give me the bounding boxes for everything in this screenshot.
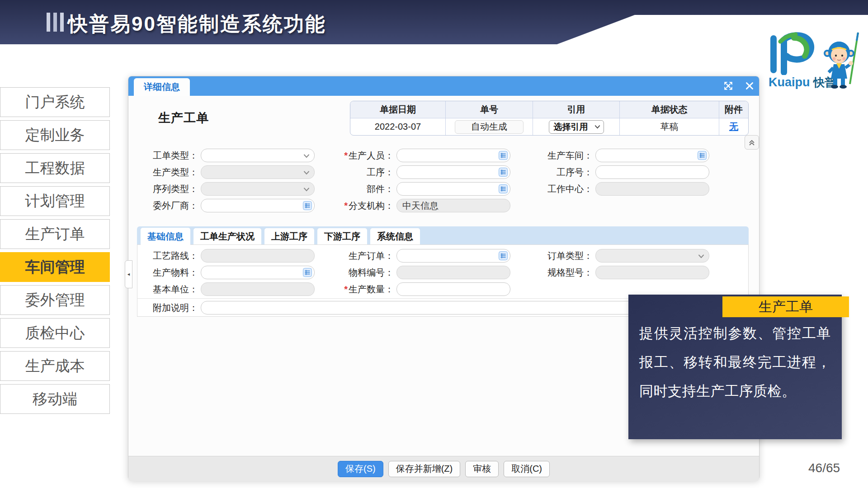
form-row: *生产人员： <box>345 149 510 162</box>
sidebar-item-plan-management[interactable]: 计划管理 <box>0 186 110 216</box>
form-row: 生产订单： <box>345 249 510 263</box>
outsourcing-vendor-input[interactable] <box>201 199 315 212</box>
callout-body: 提供灵活控制参数、管控工单报工、移转和最终完工进程，同时支持生产工序质检。 <box>639 319 831 406</box>
production-workshop-input[interactable] <box>595 149 709 162</box>
branch-org-label: *分支机构： <box>345 200 394 212</box>
cancel-button[interactable]: 取消(C) <box>504 461 550 477</box>
spec-model-input[interactable] <box>595 266 709 279</box>
lookup-icon[interactable] <box>499 251 508 260</box>
collapse-header-button[interactable] <box>745 135 759 150</box>
tab-basic-info[interactable]: 基础信息 <box>141 228 190 245</box>
slide-title: 快普易90智能制造系统功能 <box>68 11 326 38</box>
callout-title: 生产工单 <box>722 296 849 317</box>
production-staff-input[interactable] <box>396 149 510 162</box>
attachment-cell: 无 <box>719 118 748 135</box>
outsourcing-vendor-label: 委外厂商： <box>151 200 198 212</box>
lookup-icon[interactable] <box>499 184 508 193</box>
tab-work-order-production-status[interactable]: 工单生产状况 <box>193 228 261 244</box>
reference-cell: 选择引用 <box>533 118 620 135</box>
lookup-icon[interactable] <box>303 201 312 210</box>
form-row: *生产数量： <box>345 282 510 296</box>
process-no-input[interactable] <box>595 165 709 179</box>
sidebar-item-workshop-management[interactable]: 车间管理 <box>0 252 110 282</box>
production-order-ref-label: 生产订单： <box>345 250 394 262</box>
lookup-icon[interactable] <box>499 168 508 177</box>
form-row: 生产车间： <box>544 149 709 162</box>
work-center-input[interactable] <box>595 182 709 196</box>
production-order-ref-input[interactable] <box>396 249 510 263</box>
title-bars-icon <box>47 13 64 32</box>
form-row: 工作中心： <box>544 182 709 196</box>
production-qty-input[interactable] <box>396 282 510 296</box>
lookup-icon[interactable] <box>698 151 707 160</box>
note-row-container: 附加说明： <box>151 301 707 318</box>
order-type-label: 订单类型： <box>544 250 593 262</box>
process-no-label: 工序号： <box>544 166 593 178</box>
form-row: 规格型号： <box>544 266 709 279</box>
process-route-label: 工艺路线： <box>151 250 198 262</box>
tab-upstream-process[interactable]: 上游工序 <box>264 228 314 244</box>
form-row: 生产类型： <box>151 165 315 179</box>
form-row: 工序号： <box>544 165 709 179</box>
order-type-select[interactable] <box>595 249 709 263</box>
production-type-label: 生产类型： <box>151 166 198 178</box>
form-row: 工序： <box>345 165 510 179</box>
branch-org-input[interactable]: 中天信息 <box>396 199 510 212</box>
page-number: 46/65 <box>808 461 840 475</box>
mascot-icon <box>822 32 866 93</box>
reference-select[interactable]: 选择引用 <box>549 120 604 134</box>
dialog-edge-handle[interactable]: ◄ <box>125 260 132 288</box>
base-unit-label: 基本单位： <box>151 283 198 296</box>
process-input[interactable] <box>396 165 510 179</box>
spec-model-label: 规格型号： <box>544 267 593 279</box>
doc-no: 自动生成 <box>455 120 524 134</box>
maximize-icon[interactable] <box>723 80 734 91</box>
sidebar-item-production-cost[interactable]: 生产成本 <box>0 351 110 381</box>
doc-header-row: 单据日期单号引用单据状态附件 <box>350 101 748 118</box>
sidebar-item-quality-center[interactable]: 质检中心 <box>0 318 110 348</box>
sidebar-item-production-order[interactable]: 生产订单 <box>0 219 110 249</box>
save-and-new-button[interactable]: 保存并新增(Z) <box>388 461 461 477</box>
production-qty-label: *生产数量： <box>345 283 394 296</box>
work-order-type-label: 工单类型： <box>151 150 198 162</box>
close-icon[interactable] <box>744 80 755 91</box>
chevron-down-icon <box>698 253 705 260</box>
form-row: 序列类型： <box>151 182 315 196</box>
doc-status: 草稿 <box>620 118 719 135</box>
production-material-input[interactable] <box>201 266 315 279</box>
audit-button[interactable]: 审核 <box>465 461 499 477</box>
sidebar-item-custom-business[interactable]: 定制业务 <box>0 120 110 150</box>
slide-header: 快普易90智能制造系统功能 <box>0 0 868 44</box>
work-order-type-select[interactable] <box>201 149 315 162</box>
production-workshop-label: 生产车间： <box>544 150 593 162</box>
production-type-select[interactable] <box>201 165 315 179</box>
tab-detail-info[interactable]: 详细信息 <box>134 78 190 96</box>
sidebar-item-engineering-data[interactable]: 工程数据 <box>0 153 110 183</box>
chevron-down-icon <box>303 169 310 176</box>
chevron-down-icon <box>303 186 310 193</box>
lookup-icon[interactable] <box>303 268 312 277</box>
tab-system-info[interactable]: 系统信息 <box>370 228 420 244</box>
dialog-footer: 保存(S)保存并新增(Z)审核取消(C) <box>128 456 759 481</box>
production-material-label: 生产物料： <box>151 267 198 279</box>
production-staff-label: *生产人员： <box>345 150 394 162</box>
sidebar-item-mobile[interactable]: 移动端 <box>0 384 110 414</box>
sequence-type-select[interactable] <box>201 182 315 196</box>
save-button[interactable]: 保存(S) <box>338 461 383 477</box>
lookup-icon[interactable] <box>499 151 508 160</box>
slide: 快普易90智能制造系统功能 Kuaipu 快普 <box>0 0 868 488</box>
component-input[interactable] <box>396 182 510 196</box>
form-row: 工艺路线： <box>151 249 315 263</box>
sidebar-item-portal-system[interactable]: 门户系统 <box>0 87 110 117</box>
base-unit-input[interactable] <box>201 282 315 296</box>
doc-header-col: 单据日期 <box>350 101 446 118</box>
sidebar: 门户系统定制业务工程数据计划管理生产订单车间管理委外管理质检中心生产成本移动端 <box>0 87 110 417</box>
doc-header-col: 引用 <box>533 101 620 118</box>
sidebar-item-outsourcing-management[interactable]: 委外管理 <box>0 285 110 315</box>
form-title: 生产工单 <box>158 110 209 126</box>
material-no-input[interactable] <box>396 266 510 279</box>
form-row: 生产物料： <box>151 266 315 279</box>
attachment-link[interactable]: 无 <box>729 121 738 133</box>
process-route-input[interactable] <box>201 249 315 263</box>
tab-downstream-process[interactable]: 下游工序 <box>317 228 367 244</box>
